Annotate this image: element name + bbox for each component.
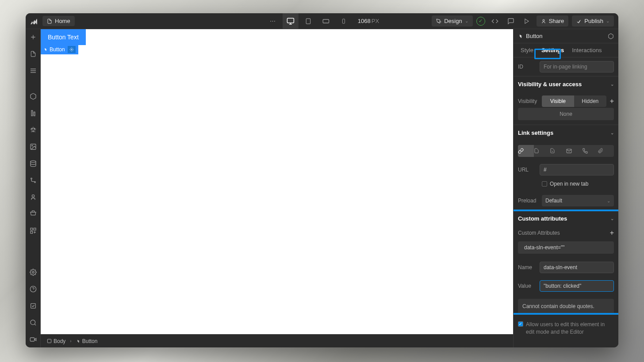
mobile-breakpoint-icon[interactable] [336,13,352,29]
svg-rect-33 [30,338,34,341]
tablet-breakpoint-icon[interactable] [300,13,316,29]
url-input[interactable] [540,164,614,175]
preload-select[interactable]: Default ⌄ [542,195,614,206]
breakpoint-controls: ⋯ 1068PX [265,13,379,29]
id-input[interactable] [540,61,614,72]
landscape-breakpoint-icon[interactable] [318,13,334,29]
svg-point-17 [31,145,32,146]
navigator-icon[interactable] [29,66,38,75]
button-element[interactable]: Button Text [41,29,86,45]
more-icon[interactable]: ⋯ [265,13,281,29]
left-rail [26,29,41,347]
selection-settings-icon[interactable] [68,46,76,53]
hidden-button[interactable]: Hidden [574,95,606,107]
variables-icon[interactable] [29,109,38,118]
webflow-logo-icon[interactable] [26,13,41,29]
canvas-wrap: Button Text Button Body › Button [41,29,513,347]
link-section-icon[interactable] [550,145,566,157]
logic-icon[interactable] [29,176,38,185]
svg-rect-22 [31,228,33,230]
svg-rect-2 [323,19,329,23]
link-phone-icon[interactable] [582,145,598,157]
comments-icon[interactable] [505,15,517,27]
add-element-icon[interactable] [29,33,38,42]
svg-point-21 [32,195,34,197]
link-url-icon[interactable] [518,145,534,157]
visible-button[interactable]: Visible [542,95,574,107]
conditions-none[interactable]: None [518,108,614,120]
settings-icon[interactable] [29,268,38,277]
add-attribute-icon[interactable]: + [610,229,614,237]
status-ok-icon[interactable]: ✓ [476,17,485,26]
page-selector[interactable]: Home [42,16,75,26]
mode-toggle[interactable]: Design ⌄ [432,15,472,27]
ecommerce-icon[interactable] [29,210,38,218]
components-icon[interactable] [29,92,38,101]
open-new-tab-row[interactable]: Open in new tab [514,179,618,191]
checkbox-checked-icon[interactable]: ✓ [518,321,523,327]
add-visibility-icon[interactable]: + [610,97,614,105]
svg-marker-4 [525,19,529,23]
styles-icon[interactable] [29,126,38,134]
search-icon[interactable] [29,318,38,327]
preview-icon[interactable] [521,15,533,27]
top-right: Design ⌄ ✓ Share Publish ⌄ [432,15,618,27]
checkbox-icon[interactable] [542,181,547,187]
error-message: Cannot contain double quotes. [518,299,614,314]
svg-point-27 [32,271,34,273]
code-icon[interactable] [489,15,501,27]
assets-icon[interactable] [29,142,38,151]
video-icon[interactable] [29,335,38,344]
selection-label[interactable]: Button [41,45,78,54]
svg-rect-0 [287,18,294,23]
app-window: Home ⋯ 1068PX Design ⌄ [26,13,618,347]
share-button[interactable]: Share [537,15,569,27]
svg-point-5 [543,19,544,21]
audit-icon[interactable] [29,301,38,310]
users-icon[interactable] [29,193,38,202]
tab-settings[interactable]: Settings [538,43,567,57]
name-label: Name [518,264,536,271]
svg-rect-11 [31,111,33,116]
help-icon[interactable] [29,285,38,293]
link-file-icon[interactable] [598,145,614,157]
editor-allow-row[interactable]: ✓ Allow users to edit this element in ed… [514,317,618,339]
svg-point-31 [31,320,35,325]
url-label: URL [518,167,536,173]
main-row: Button Text Button Body › Button [26,29,618,347]
pages-icon[interactable] [29,50,38,58]
svg-point-35 [71,49,72,50]
desktop-breakpoint-icon[interactable] [283,13,299,29]
link-email-icon[interactable] [566,145,582,157]
svg-rect-24 [31,231,33,233]
svg-rect-23 [34,228,36,230]
component-icon[interactable] [608,33,614,39]
tab-interactions[interactable]: Interactions [568,43,605,57]
canvas-width[interactable]: 1068PX [358,18,379,24]
preload-label: Preload [518,198,538,204]
attr-value-input[interactable] [540,280,614,292]
crumb-body[interactable]: Body [44,337,68,345]
svg-rect-12 [34,112,35,116]
link-page-icon[interactable] [534,145,550,157]
publish-button[interactable]: Publish ⌄ [572,15,614,27]
link-header[interactable]: Link settings ⌄ [514,125,618,141]
ca-subheader: Custom Attributes + [514,226,618,241]
crumb-button[interactable]: Button [73,337,100,345]
right-panel: Button Style Settings Interactions ID Vi… [513,29,618,347]
visibility-header[interactable]: Visibility & user access ⌄ [514,76,618,92]
custom-attributes-section: Custom attributes ⌄ Custom Attributes + … [514,210,618,314]
ca-header[interactable]: Custom attributes ⌄ [514,210,618,226]
attr-name-input[interactable] [540,262,614,273]
svg-rect-30 [31,304,35,309]
apps-icon[interactable] [29,226,38,235]
cms-icon[interactable] [29,159,38,168]
tab-style[interactable]: Style [517,43,537,57]
visibility-label: Visibility [518,98,538,104]
id-label: ID [518,64,536,70]
canvas[interactable]: Button Text Button [41,29,513,334]
attribute-chip[interactable]: data-sln-event="" [518,241,614,254]
panel-tabs: Style Settings Interactions [514,43,618,57]
svg-point-18 [31,160,36,162]
page-name: Home [55,18,70,24]
